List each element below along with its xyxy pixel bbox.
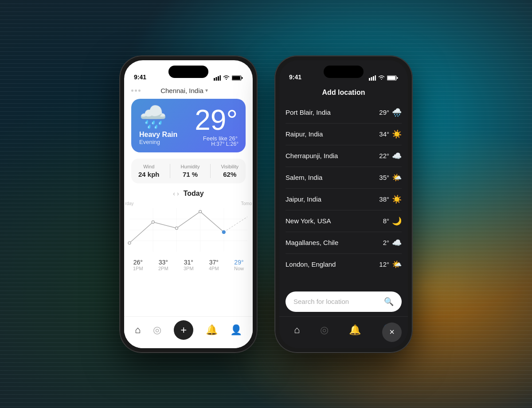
list-item[interactable]: London, England 12° 🌤️ [286, 254, 402, 275]
nav-location-1[interactable]: ◎ [153, 324, 161, 336]
search-bar-container: Search for location 🔍 [279, 287, 408, 316]
list-item[interactable]: Raipur, India 34° ☀️ [286, 124, 402, 145]
svg-rect-3 [220, 75, 221, 81]
nav-notifications-1[interactable]: 🔔 [206, 324, 218, 336]
svg-rect-2 [218, 76, 219, 81]
weather-temp: 29° [195, 106, 238, 134]
svg-line-15 [224, 217, 247, 232]
bottom-nav-1: ⌂ ◎ + 🔔 👤 [124, 316, 253, 348]
search-placeholder: Search for location [293, 298, 349, 305]
city-name: Raipur, India [286, 130, 323, 138]
nav-notifications-2[interactable]: 🔔 [349, 324, 361, 336]
city-name: Magallanes, Chile [286, 239, 338, 246]
chart-left-label: rday [125, 201, 133, 206]
chart-svg [129, 201, 247, 259]
list-item[interactable]: Salem, India 35° 🌤️ [286, 167, 402, 189]
svg-rect-6 [232, 76, 240, 80]
svg-rect-7 [242, 77, 243, 79]
list-item[interactable]: New York, USA 8° 🌙 [286, 210, 402, 232]
svg-point-20 [222, 230, 225, 233]
location-weather: 8° 🌙 [383, 216, 402, 226]
nav-home-1[interactable]: ⌂ [135, 324, 141, 336]
phone1: 9:41 [120, 56, 257, 353]
svg-point-16 [128, 241, 131, 244]
svg-point-25 [381, 79, 382, 80]
location-dots [131, 86, 141, 95]
svg-rect-1 [216, 77, 217, 81]
stat-humidity: Humidity 71 % [181, 164, 200, 178]
stat-visibility: Visibility 62% [221, 164, 239, 178]
weather-card: 🌧️ Heavy Rain Evening 29° Feels like 26°… [131, 99, 246, 152]
location-weather: 22° ☁️ [379, 151, 402, 161]
list-item[interactable]: Cherrapunji, India 22° ☁️ [286, 145, 402, 167]
close-button[interactable]: × [382, 323, 402, 342]
status-icons-2 [369, 75, 398, 81]
city-name: Jaipur, India [286, 195, 321, 203]
add-button[interactable]: + [174, 320, 193, 340]
chart-label-3: 37° 4PM [209, 259, 219, 271]
phone2-screen: 9:41 [279, 60, 408, 348]
today-nav[interactable]: ‹ › [173, 190, 179, 197]
chart-label-1: 33° 2PM [158, 259, 168, 271]
stat-wind: Wind 24 kph [138, 164, 160, 178]
signal-icon-1 [214, 75, 221, 81]
weather-icon: 🌧️ [139, 106, 177, 128]
svg-rect-21 [369, 78, 370, 81]
location-weather: 29° 🌧️ [379, 108, 402, 117]
battery-icon-1 [232, 75, 243, 81]
svg-rect-0 [214, 78, 215, 81]
phone1-screen: 9:41 [124, 60, 253, 348]
location-name[interactable]: Chennai, India ▾ [160, 87, 208, 94]
svg-point-17 [152, 221, 154, 223]
svg-rect-22 [371, 77, 372, 81]
dynamic-island-2 [324, 66, 364, 78]
today-label: Today [184, 190, 204, 198]
chart-area: rday Tomo [129, 201, 247, 259]
svg-point-19 [199, 210, 202, 213]
nav-location-2[interactable]: ◎ [320, 324, 329, 336]
location-weather: 2° ☁️ [383, 238, 402, 248]
location-weather: 38° ☀️ [379, 194, 402, 204]
city-name: Port Blair, India [286, 109, 331, 116]
svg-point-18 [175, 227, 178, 229]
dynamic-island-1 [168, 66, 208, 78]
city-name: London, England [286, 260, 336, 268]
weather-period: Evening [139, 139, 177, 145]
chart-label-2: 31° 3PM [184, 259, 194, 271]
weather-hl: H:37° L:26° [211, 141, 239, 147]
location-weather: 35° 🌤️ [379, 173, 402, 183]
wifi-icon-1 [223, 75, 230, 80]
list-item[interactable]: Jaipur, India 38° ☀️ [286, 189, 402, 210]
location-weather: 34° ☀️ [379, 129, 402, 139]
today-header: ‹ › Today [131, 190, 246, 198]
chart-label-0: 26° 1PM [133, 259, 143, 271]
location-weather: 12° 🌤️ [379, 260, 402, 269]
phones-container: 9:41 [120, 56, 412, 353]
city-name: Salem, India [286, 174, 322, 181]
svg-point-4 [226, 79, 227, 80]
city-name: Cherrapunji, India [286, 152, 338, 159]
list-item[interactable]: Magallanes, Chile 2° ☁️ [286, 232, 402, 254]
weather-description: Heavy Rain [139, 131, 177, 139]
svg-rect-24 [375, 75, 376, 81]
location-list: Port Blair, India 29° 🌧️ Raipur, India 3… [279, 102, 408, 275]
svg-rect-23 [373, 76, 374, 81]
chart-labels: 26° 1PM 33° 2PM 31° 3PM 37° 4PM [131, 259, 246, 271]
signal-icon-2 [369, 75, 376, 81]
phone2: 9:41 [275, 56, 412, 353]
add-location-header: Add location [279, 84, 408, 102]
search-bar[interactable]: Search for location 🔍 [286, 291, 402, 312]
phone1-content: Chennai, India ▾ 🌧️ Heavy Rain Evening [124, 84, 253, 348]
status-time-2: 9:41 [289, 74, 301, 81]
search-icon[interactable]: 🔍 [384, 297, 394, 307]
chart-right-label: Tomo [241, 201, 252, 206]
nav-home-2[interactable]: ⌂ [294, 324, 300, 336]
status-icons-1 [214, 75, 243, 81]
chart-label-4: 29° Now [234, 259, 244, 271]
nav-profile-1[interactable]: 👤 [230, 324, 242, 336]
wifi-icon-2 [378, 75, 385, 80]
city-name: New York, USA [286, 217, 331, 225]
list-item[interactable]: Port Blair, India 29° 🌧️ [286, 102, 402, 124]
battery-icon-2 [387, 75, 398, 81]
svg-rect-27 [387, 76, 395, 80]
